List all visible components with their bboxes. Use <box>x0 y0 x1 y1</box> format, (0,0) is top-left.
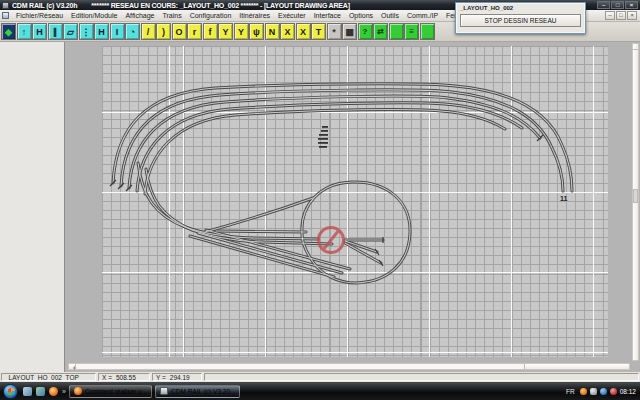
tray-update-icon[interactable] <box>580 388 587 395</box>
language-indicator[interactable]: FR <box>566 388 575 395</box>
scroll-up-arrow-icon[interactable] <box>633 44 638 50</box>
surface-tool[interactable]: ▱ <box>63 23 78 40</box>
tool-glyph: ) <box>162 27 165 37</box>
status-x-coordinate: X = 508.55 <box>98 373 150 381</box>
y-value: 294.19 <box>170 374 190 381</box>
horizontal-scrollbar[interactable] <box>68 363 630 370</box>
crossing-x-tool[interactable]: X <box>280 23 295 40</box>
layout-tool-window: _LAYOUT_HO_002 STOP DESSIN RESEAU <box>455 2 586 34</box>
menu-options[interactable]: Options <box>345 12 377 19</box>
table-view-tool[interactable]: ▦ <box>342 23 357 40</box>
taskbar-clock[interactable]: 08:12 <box>620 388 636 395</box>
mdi-restore-button[interactable]: □ <box>616 11 626 20</box>
maximize-button[interactable]: □ <box>611 1 624 9</box>
menu-trains[interactable]: Trains <box>158 12 185 19</box>
close-button[interactable]: × <box>625 1 638 9</box>
tool-glyph: r <box>193 27 197 37</box>
menu-executer[interactable]: Exécuter <box>274 12 310 19</box>
straight-track-tool[interactable]: / <box>141 23 156 40</box>
slip-crossing-tool[interactable]: N <box>265 23 280 40</box>
minimize-button[interactable]: – <box>597 1 610 9</box>
layout-drawing-area[interactable]: 11 <box>66 42 640 372</box>
scroll-left-arrow-icon[interactable] <box>69 364 76 369</box>
tool-glyph: Y <box>222 27 228 37</box>
workspace: 11 <box>0 42 640 372</box>
turnout-y-left-tool[interactable]: Y <box>234 23 249 40</box>
stop-dessin-reseau-button[interactable]: STOP DESSIN RESEAU <box>460 14 581 27</box>
tool-glyph: ▱ <box>67 27 74 37</box>
tray-network-icon[interactable] <box>600 388 607 395</box>
tray-alert-icon[interactable] <box>610 388 617 395</box>
quick-launch-overflow-chevron[interactable]: » <box>62 388 66 395</box>
three-way-turnout-tool[interactable]: ψ <box>249 23 264 40</box>
horizontal-scroll-thumb[interactable] <box>77 364 525 369</box>
quick-launch-firefox-icon[interactable] <box>49 387 58 396</box>
menu-interface[interactable]: Interface <box>310 12 345 19</box>
pointer-tool[interactable]: ◆ <box>1 23 16 40</box>
menu-fichier-reseau[interactable]: Fichier/Réseau <box>12 12 67 19</box>
level-tool[interactable]: H <box>94 23 109 40</box>
vertical-scroll-thumb[interactable] <box>633 189 638 203</box>
mdi-window-controls: –□× <box>605 11 637 20</box>
turnout-y-right-tool[interactable]: Y <box>218 23 233 40</box>
track-end-label: 11 <box>560 195 568 202</box>
y-label: Y = <box>156 374 166 381</box>
measure-tool[interactable]: H <box>32 23 47 40</box>
beam-tool[interactable]: I <box>110 23 125 40</box>
track-rails-inner <box>113 84 572 283</box>
t-junction-tool[interactable]: T <box>311 23 326 40</box>
refresh-green-tool[interactable]: ? <box>358 23 373 40</box>
turnout-right-tool[interactable]: r <box>187 23 202 40</box>
curve-large-tool[interactable]: O <box>172 23 187 40</box>
menu-outils[interactable]: Outils <box>377 12 403 19</box>
tool-glyph: H <box>98 27 105 37</box>
tool-glyph: ≡ <box>409 27 414 36</box>
task-icon <box>160 387 168 395</box>
curve-small-tool[interactable]: ) <box>156 23 171 40</box>
tool-glyph: ⇄ <box>377 27 384 36</box>
mdi-close-button[interactable]: × <box>627 11 637 20</box>
document-icon[interactable] <box>2 12 9 19</box>
app-title: CDM RAIL (c) V3.20h <box>12 2 77 9</box>
tool-window-title[interactable]: _LAYOUT_HO_002 <box>456 3 585 13</box>
tool-glyph: ∥ <box>53 27 58 37</box>
vertical-scrollbar[interactable] <box>632 43 639 361</box>
start-button[interactable] <box>3 384 18 399</box>
tool-glyph: ? <box>363 27 368 36</box>
quick-launch-desktop-icon[interactable] <box>23 387 32 396</box>
run-green-tool[interactable] <box>389 23 404 40</box>
menu-itineraires[interactable]: Itinéraires <box>235 12 274 19</box>
track-plan[interactable]: 11 <box>102 46 608 357</box>
go-green-tool[interactable] <box>420 23 435 40</box>
turnout-left-tool[interactable]: f <box>203 23 218 40</box>
task-cdmrail-button[interactable]: CDM RAIL (c) V3.20... <box>155 385 240 398</box>
transfer-green-tool[interactable]: ⇄ <box>373 23 388 40</box>
tool-glyph: / <box>147 27 150 37</box>
double-crossing-tool[interactable]: X <box>296 23 311 40</box>
tool-glyph: X <box>284 27 290 37</box>
quick-launch-network-icon[interactable] <box>36 387 45 396</box>
clock-tool[interactable]: ◔ <box>125 23 140 40</box>
tool-glyph: T <box>316 27 322 37</box>
mdi-minimize-button[interactable]: – <box>605 11 615 20</box>
highlight-tool[interactable]: * <box>327 23 342 40</box>
status-message-area <box>204 373 639 381</box>
no-entry-icon <box>319 228 344 253</box>
select-up-tool[interactable]: ↑ <box>17 23 32 40</box>
task-firefox-button[interactable]: Comment réaliser u... <box>69 385 152 398</box>
tool-glyph: ψ <box>253 27 260 37</box>
status-bar: _LAYOUT_HO_002_TOP X = 508.55 Y = 294.19 <box>0 372 640 382</box>
app-icon <box>2 2 9 9</box>
dotted-line-tool[interactable]: ⋮ <box>79 23 94 40</box>
tray-volume-icon[interactable] <box>590 388 597 395</box>
list-green-tool[interactable]: ≡ <box>404 23 419 40</box>
system-tray: FR 08:12 <box>566 388 640 395</box>
parallel-track-tool[interactable]: ∥ <box>48 23 63 40</box>
menu-affichage[interactable]: Affichage <box>121 12 158 19</box>
menu-edition-module[interactable]: Edition/Module <box>67 12 121 19</box>
tool-glyph: O <box>175 27 182 37</box>
x-value: 508.55 <box>116 374 136 381</box>
menu-configuration[interactable]: Configuration <box>186 12 236 19</box>
tool-glyph: X <box>300 27 306 37</box>
menu-comm-ip[interactable]: Comm./IP <box>403 12 442 19</box>
